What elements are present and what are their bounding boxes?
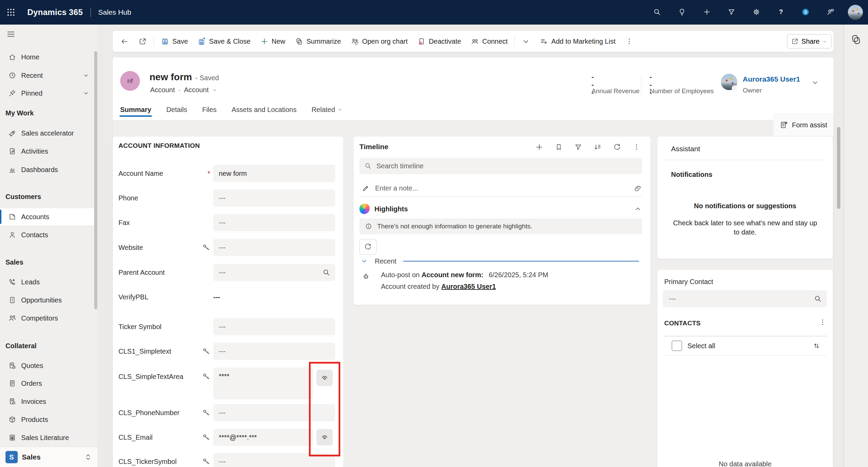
chevron-down-icon <box>337 107 343 112</box>
command-new-button[interactable]: New <box>255 34 290 48</box>
sidebar-item-pinned[interactable]: Pinned <box>0 85 97 102</box>
command-label: New <box>272 38 285 45</box>
chevron-up-icon[interactable] <box>634 205 642 213</box>
feedback-icon[interactable] <box>826 8 835 16</box>
sidebar-item-leads[interactable]: Leads <box>0 273 97 291</box>
sidebar-item-accounts[interactable]: Accounts <box>0 208 97 225</box>
post-body-link[interactable]: Aurora365 User1 <box>441 283 496 290</box>
sidebar-item-products[interactable]: Products <box>0 411 97 428</box>
field-input-cls-simpletextarea[interactable]: **** <box>213 368 313 399</box>
help-icon[interactable] <box>777 8 785 16</box>
sidebar-item-invoices[interactable]: Invoices <box>0 393 97 410</box>
sync-icon[interactable] <box>613 143 621 151</box>
hamburger-menu-icon[interactable] <box>6 29 16 39</box>
primary-contact-lookup[interactable]: --- <box>663 290 827 307</box>
tab-summary[interactable]: Summary <box>120 106 151 114</box>
doc-grid-icon <box>8 434 16 442</box>
settings-icon[interactable] <box>752 8 760 16</box>
owner-link[interactable]: Aurora365 User1 <box>743 75 800 83</box>
sidebar-group-sales: Sales <box>5 257 23 267</box>
form-assist-button[interactable]: Form assist <box>773 114 834 136</box>
app-name[interactable]: Sales Hub <box>98 8 131 16</box>
field-input-ticker-symbol[interactable]: --- <box>213 318 335 335</box>
search-icon[interactable] <box>322 268 330 277</box>
field-input-cls1-simpletext[interactable]: --- <box>213 343 335 360</box>
sidebar-scrollbar[interactable] <box>94 51 97 309</box>
tab-files[interactable]: Files <box>202 106 216 114</box>
filter-icon[interactable] <box>574 143 582 151</box>
sidebar-item-dashboards[interactable]: Dashboards <box>0 161 97 178</box>
brand-title[interactable]: Dynamics 365 <box>27 8 83 17</box>
command-connect-dropdown-button[interactable] <box>517 34 535 48</box>
field-input-fax[interactable]: --- <box>213 214 335 231</box>
user-avatar[interactable] <box>848 5 863 20</box>
highlights-header[interactable]: Highlights <box>359 202 642 216</box>
field-label: Ticker Symbol <box>118 323 161 331</box>
field-input-account-name[interactable]: new form <box>213 165 335 182</box>
highlights-refresh-button[interactable] <box>359 239 376 255</box>
skype-icon[interactable] <box>801 8 810 16</box>
more-vertical-icon[interactable] <box>632 143 641 151</box>
list-add-icon <box>540 37 548 46</box>
share-button[interactable]: Share <box>787 34 831 48</box>
command-open-org-chart-button[interactable]: Open org chart <box>346 34 412 48</box>
tab-details[interactable]: Details <box>166 106 187 114</box>
timeline-post-header: Auto-post on Account new form: 6/26/2025… <box>381 271 548 279</box>
header-collapse-chevron-icon[interactable] <box>811 79 819 87</box>
search-icon[interactable] <box>653 8 661 16</box>
field-input-website[interactable]: --- <box>213 239 335 256</box>
primary-contact-section: Primary Contact --- CONTACTS Select all … <box>657 270 833 467</box>
sidebar-item-sales-accelerator[interactable]: Sales accelerator <box>0 125 97 142</box>
command-deactivate-button[interactable]: Deactivate <box>412 34 466 48</box>
sidebar-item-orders[interactable]: Orders <box>0 375 97 392</box>
filter-icon[interactable] <box>727 8 736 16</box>
note-input[interactable]: Enter a note... <box>359 180 642 197</box>
add-icon[interactable] <box>703 8 711 16</box>
field-input-parent-account[interactable]: --- <box>213 264 335 281</box>
waffle-icon[interactable] <box>6 8 16 17</box>
sidebar-item-sales-literature[interactable]: Sales Literature <box>0 429 97 446</box>
sidebar-item-contacts[interactable]: Contacts <box>0 226 97 243</box>
field-row-ticker-symbol: Ticker Symbol--- <box>113 318 343 335</box>
post-subject: Account new form: <box>422 271 483 279</box>
sort-arrows-icon[interactable] <box>812 342 821 350</box>
copilot-icon[interactable] <box>850 33 862 46</box>
sort-icon[interactable] <box>594 143 602 151</box>
command-more-commands-button[interactable] <box>620 34 638 48</box>
select-all-checkbox[interactable] <box>672 341 682 351</box>
main-scrollbar[interactable] <box>837 127 840 209</box>
sidebar-item-activities[interactable]: Activities <box>0 143 97 160</box>
sidebar-item-recent[interactable]: Recent <box>0 67 97 84</box>
command-back-button[interactable] <box>115 34 133 48</box>
sidebar-item-label: Accounts <box>21 213 49 221</box>
field-input-cls-email[interactable]: ****@****.*** <box>213 429 313 446</box>
sidebar-item-quotes[interactable]: Quotes <box>0 357 97 374</box>
field-label: Account Name <box>118 170 163 178</box>
sidebar-item-competitors[interactable]: Competitors <box>0 310 97 327</box>
timeline-search-input[interactable]: Search timeline <box>359 158 642 174</box>
recent-group-header[interactable]: Recent <box>360 256 642 266</box>
chevron-down-icon[interactable] <box>212 87 217 93</box>
command-connect-button[interactable]: Connect <box>466 34 513 48</box>
paperclip-icon[interactable] <box>634 184 642 193</box>
area-switcher[interactable]: S Sales <box>0 447 97 467</box>
tab-related[interactable]: Related <box>312 106 343 114</box>
command-popout-button[interactable] <box>133 34 152 48</box>
command-add-to-marketing-list-button[interactable]: Add to Marketing List <box>535 34 620 48</box>
field-label: Phone <box>118 194 138 202</box>
share-label: Share <box>801 38 820 45</box>
command-save-close-button[interactable]: Save & Close <box>193 34 255 48</box>
sidebar-item-home[interactable]: Home <box>0 48 97 66</box>
lightbulb-icon[interactable] <box>678 8 686 16</box>
tab-assets-and-locations[interactable]: Assets and Locations <box>232 106 297 114</box>
bookmark-icon[interactable] <box>555 143 563 151</box>
more-vertical-icon[interactable] <box>819 318 827 326</box>
recent-label: Recent <box>375 257 396 265</box>
command-save-button[interactable]: Save <box>156 34 193 48</box>
sidebar-item-opportunities[interactable]: Opportunities <box>0 292 97 309</box>
field-input-phone[interactable]: --- <box>213 189 335 207</box>
form-selector[interactable]: Account <box>184 86 209 94</box>
add-icon[interactable] <box>535 143 543 151</box>
command-summarize-button[interactable]: Summarize <box>290 34 346 48</box>
subtitle-separator: · <box>178 86 181 94</box>
